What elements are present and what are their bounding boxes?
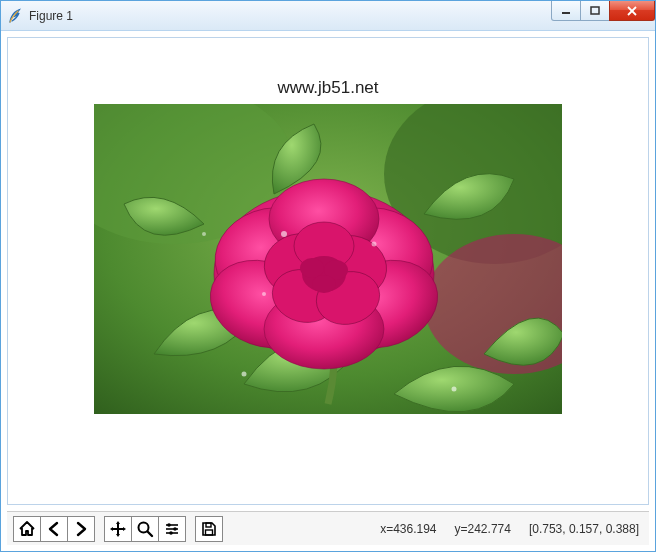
svg-point-35: [173, 527, 177, 531]
cursor-x: x=436.194: [380, 522, 436, 536]
svg-line-31: [148, 531, 153, 536]
svg-point-21: [300, 258, 324, 278]
svg-point-28: [452, 387, 457, 392]
svg-point-25: [372, 242, 377, 247]
tk-feather-icon: [7, 8, 23, 24]
figure-title: www.jb51.net: [277, 78, 378, 98]
maximize-button[interactable]: [580, 1, 610, 21]
nav-group: [13, 516, 94, 542]
svg-rect-1: [591, 7, 599, 14]
cursor-y: y=242.774: [455, 522, 511, 536]
configure-subplots-button[interactable]: [158, 516, 186, 542]
svg-point-26: [262, 292, 266, 296]
svg-point-27: [242, 372, 247, 377]
figure-canvas-area: www.jb51.net: [7, 37, 649, 505]
home-button[interactable]: [13, 516, 41, 542]
svg-point-23: [312, 275, 336, 293]
pan-button[interactable]: [104, 516, 132, 542]
save-group: [195, 516, 222, 542]
svg-point-29: [202, 232, 206, 236]
back-button[interactable]: [40, 516, 68, 542]
cursor-rgb: [0.753, 0.157, 0.388]: [529, 522, 639, 536]
window-title: Figure 1: [29, 9, 73, 23]
matplotlib-toolbar: x=436.194 y=242.774 [0.753, 0.157, 0.388…: [7, 511, 649, 545]
svg-point-37: [169, 531, 173, 535]
view-group: [104, 516, 185, 542]
forward-button[interactable]: [67, 516, 95, 542]
window-control-buttons: [552, 1, 655, 21]
minimize-button[interactable]: [551, 1, 581, 21]
svg-rect-38: [206, 523, 211, 527]
displayed-image[interactable]: [94, 104, 562, 414]
figure-window: Figure 1 www.jb51.net: [0, 0, 656, 552]
titlebar[interactable]: Figure 1: [1, 1, 655, 31]
save-button[interactable]: [195, 516, 223, 542]
close-button[interactable]: [609, 1, 655, 21]
svg-point-33: [167, 523, 171, 527]
zoom-button[interactable]: [131, 516, 159, 542]
svg-point-24: [281, 231, 287, 237]
